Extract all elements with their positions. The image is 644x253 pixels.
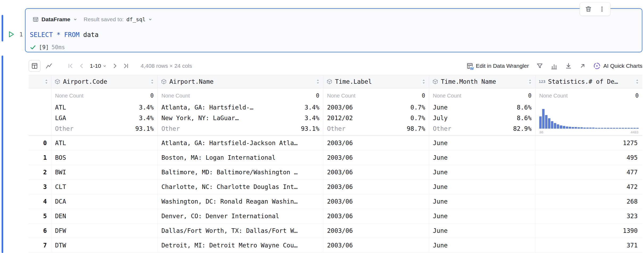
table-row[interactable]: 4 DCA Washington, DC: Ronald Reagan Wash… <box>29 194 642 209</box>
filter-button[interactable] <box>536 62 543 69</box>
row-index-cell[interactable]: 5 <box>29 209 51 223</box>
row-index-cell[interactable]: 6 <box>29 224 51 238</box>
ai-quick-charts-button[interactable]: AI Quick Charts <box>593 62 642 70</box>
row-index-cell[interactable]: 2 <box>29 165 51 179</box>
table-row[interactable]: 3 CLT Charlotte, NC: Charlotte Douglas I… <box>29 180 642 194</box>
chart-view-toggle[interactable] <box>43 60 55 72</box>
column-header-airport-name[interactable]: Airport.Name <box>158 75 323 88</box>
column-label: Time.Label <box>335 78 372 85</box>
table-row[interactable]: 1 BOS Boston, MA: Logan International 20… <box>29 150 642 165</box>
cell-time-label[interactable]: 2003/06 <box>323 238 429 252</box>
cell-statistics-value[interactable]: 268 <box>536 194 642 209</box>
stat-value-name: July <box>433 115 448 121</box>
table-row[interactable]: 7 DTW Detroit, MI: Detroit Metro Wayne C… <box>29 238 642 253</box>
row-index-cell[interactable]: 3 <box>29 180 51 194</box>
cell-menu-button[interactable] <box>599 6 605 12</box>
cell-time-label[interactable]: 2003/06 <box>323 136 429 150</box>
cell-airport-code[interactable]: BWI <box>51 165 158 179</box>
first-page-button[interactable] <box>65 61 76 71</box>
cell-time-label[interactable]: 2003/06 <box>323 194 429 209</box>
delete-cell-button[interactable] <box>585 5 592 13</box>
cell-airport-code[interactable]: DTW <box>51 238 158 252</box>
skip-first-icon <box>67 63 74 69</box>
next-page-button[interactable] <box>110 61 120 71</box>
download-button[interactable] <box>565 62 572 69</box>
table-row[interactable]: 5 DEN Denver, CO: Denver International 2… <box>29 209 642 224</box>
column-stats-button[interactable] <box>551 62 558 69</box>
table-row[interactable]: 2 BWI Baltimore, MD: Baltimore/Washingto… <box>29 165 642 180</box>
cell-statistics-value[interactable]: 371 <box>536 238 642 252</box>
cell-type-selector[interactable]: DataFrame <box>41 16 70 23</box>
cell-statistics-value[interactable]: 495 <box>536 150 642 165</box>
cell-time-month[interactable]: June <box>429 180 536 194</box>
cell-time-month[interactable]: June <box>429 209 536 223</box>
cell-airport-name[interactable]: Baltimore, MD: Baltimore/Washington … <box>158 165 323 179</box>
table-row[interactable]: 6 DFW Dallas/Fort Worth, TX: Dallas/Fort… <box>29 224 642 238</box>
cell-time-label[interactable]: 2003/06 <box>323 180 429 194</box>
result-variable[interactable]: df_sql <box>126 16 145 23</box>
sort-icon[interactable] <box>635 78 639 85</box>
cell-airport-code[interactable]: DCA <box>51 194 158 209</box>
output-focus-indicator <box>2 56 3 253</box>
column-header-time-month-name[interactable]: Time.Month Name <box>429 75 536 88</box>
sql-code-editor[interactable]: SELECT * FROM data <box>30 31 99 39</box>
cell-time-month[interactable]: June <box>429 194 536 209</box>
sort-icon[interactable] <box>316 78 320 85</box>
page-range-dropdown[interactable]: 1-10 <box>90 63 107 69</box>
cell-airport-name[interactable]: Washington, DC: Ronald Reagan Washin… <box>158 194 323 209</box>
column-header-statistics[interactable]: 123 Statistics.# of De… <box>536 75 642 88</box>
cell-time-label[interactable]: 2003/06 <box>323 224 429 238</box>
edit-in-data-wrangler-button[interactable]: W Edit in Data Wrangler <box>466 62 529 69</box>
cell-statistics-value[interactable]: 1390 <box>536 224 642 238</box>
column-header-airport-code[interactable]: Airport.Code <box>51 75 158 88</box>
stat-value-name: 2012/02 <box>327 115 353 121</box>
chevron-down-icon[interactable] <box>148 17 152 22</box>
cell-time-month[interactable]: June <box>429 165 536 179</box>
cell-time-month[interactable]: June <box>429 238 536 252</box>
histogram-bar <box>628 128 630 129</box>
sort-icon[interactable] <box>528 78 532 85</box>
none-count-label: None Count <box>327 93 356 99</box>
previous-page-button[interactable] <box>77 61 87 71</box>
cell-time-month[interactable]: June <box>429 224 536 238</box>
chevron-down-icon[interactable] <box>73 17 77 22</box>
cell-time-label[interactable]: 2003/06 <box>323 165 429 179</box>
sort-icon[interactable] <box>422 78 426 85</box>
cell-time-month[interactable]: June <box>429 136 536 150</box>
row-index-cell[interactable]: 1 <box>29 150 51 165</box>
cell-airport-name[interactable]: Detroit, MI: Detroit Metro Wayne Cou… <box>158 238 323 252</box>
table-view-toggle[interactable] <box>29 60 40 72</box>
row-index-cell[interactable]: 4 <box>29 194 51 209</box>
cell-airport-name[interactable]: Atlanta, GA: Hartsfield-Jackson Atla… <box>158 136 323 150</box>
cell-time-month[interactable]: June <box>429 150 536 165</box>
cell-airport-name[interactable]: Boston, MA: Logan International <box>158 150 323 165</box>
row-index-cell[interactable]: 0 <box>29 136 51 150</box>
cell-airport-code[interactable]: CLT <box>51 180 158 194</box>
open-in-new-button[interactable] <box>579 63 586 69</box>
cell-statistics-value[interactable]: 477 <box>536 165 642 179</box>
table-row[interactable]: 0 ATL Atlanta, GA: Hartsfield-Jackson At… <box>29 136 642 150</box>
stat-value-name: 2003/06 <box>327 104 353 111</box>
cell-airport-code[interactable]: BOS <box>51 150 158 165</box>
cell-airport-code[interactable]: DEN <box>51 209 158 223</box>
histogram-bar <box>557 124 559 129</box>
cell-airport-name[interactable]: Charlotte, NC: Charlotte Douglas Int… <box>158 180 323 194</box>
none-count-value: 0 <box>150 92 154 99</box>
cell-airport-code[interactable]: DFW <box>51 224 158 238</box>
sort-icon[interactable] <box>44 78 48 85</box>
index-column-header[interactable] <box>29 75 51 88</box>
last-page-button[interactable] <box>121 61 131 71</box>
cell-statistics-value[interactable]: 1275 <box>536 136 642 150</box>
cell-airport-name[interactable]: Dallas/Fort Worth, TX: Dallas/Fort W… <box>158 224 323 238</box>
cell-time-label[interactable]: 2003/06 <box>323 209 429 223</box>
row-index-cell[interactable]: 7 <box>29 238 51 252</box>
column-header-time-label[interactable]: Time.Label <box>323 75 429 88</box>
cell-statistics-value[interactable]: 323 <box>536 209 642 223</box>
cell-time-label[interactable]: 2003/06 <box>323 150 429 165</box>
sort-icon[interactable] <box>150 78 154 85</box>
sql-cell[interactable]: DataFrame Result saved to: df_sql SELECT… <box>25 8 642 52</box>
cell-statistics-value[interactable]: 472 <box>536 180 642 194</box>
cell-airport-name[interactable]: Denver, CO: Denver International <box>158 209 323 223</box>
histogram-bar <box>604 128 606 129</box>
cell-airport-code[interactable]: ATL <box>51 136 158 150</box>
